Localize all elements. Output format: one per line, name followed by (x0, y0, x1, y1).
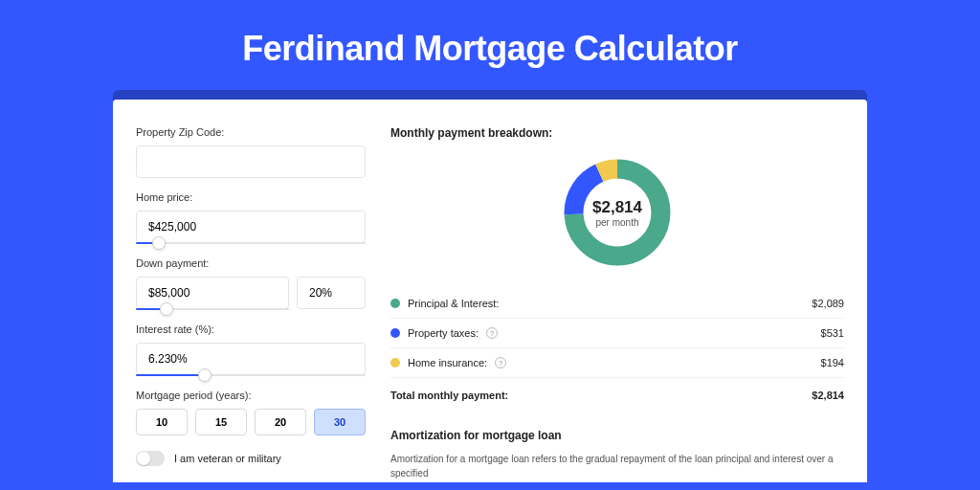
down-payment-block: Down payment: (136, 257, 366, 310)
legend-label-insurance: Home insurance: (408, 357, 487, 368)
veteran-toggle-row: I am veteran or military (136, 451, 366, 466)
home-price-block: Home price: (136, 191, 366, 244)
interest-rate-label: Interest rate (%): (136, 323, 366, 335)
donut-chart-wrap: $2,814 per month (390, 155, 844, 270)
veteran-toggle[interactable] (136, 451, 165, 466)
down-payment-label: Down payment: (136, 257, 366, 269)
breakdown-column: Monthly payment breakdown: $2,814 per mo… (390, 126, 844, 482)
legend-value-principal: $2,089 (812, 298, 844, 309)
legend-row-taxes: Property taxes: ? $531 (390, 319, 844, 348)
interest-rate-slider-thumb[interactable] (198, 368, 212, 382)
veteran-toggle-knob (137, 452, 150, 465)
legend-value-insurance: $194 (821, 357, 844, 368)
down-payment-slider-thumb[interactable] (160, 302, 173, 316)
mortgage-period-options: 10 15 20 30 (136, 409, 366, 435)
period-option-20[interactable]: 20 (255, 409, 306, 435)
period-option-15[interactable]: 15 (195, 409, 247, 435)
home-price-input[interactable] (136, 211, 366, 243)
home-price-slider[interactable] (136, 242, 366, 244)
zip-field-block: Property Zip Code: (136, 126, 366, 178)
legend-row-insurance: Home insurance: ? $194 (390, 348, 844, 378)
interest-rate-slider[interactable] (136, 374, 366, 376)
veteran-toggle-label: I am veteran or military (174, 453, 281, 464)
page-title: Ferdinand Mortgage Calculator (0, 0, 980, 90)
legend-value-taxes: $531 (821, 327, 844, 339)
legend-total-label: Total monthly payment: (390, 390, 508, 401)
home-price-slider-thumb[interactable] (152, 236, 166, 250)
legend-label-principal: Principal & Interest: (408, 298, 499, 309)
legend-label-taxes: Property taxes: (408, 327, 479, 339)
zip-label: Property Zip Code: (136, 126, 366, 138)
down-payment-percent-input[interactable] (297, 277, 366, 309)
period-option-30[interactable]: 30 (314, 409, 366, 435)
donut-center: $2,814 per month (560, 155, 675, 270)
interest-rate-input[interactable] (136, 343, 366, 375)
legend-dot-principal (390, 299, 400, 308)
breakdown-title: Monthly payment breakdown: (390, 126, 844, 140)
help-icon[interactable]: ? (486, 327, 498, 339)
legend-dot-taxes (390, 328, 400, 338)
mortgage-period-label: Mortgage period (years): (136, 390, 366, 401)
down-payment-amount-input[interactable] (136, 277, 289, 309)
zip-input[interactable] (136, 145, 366, 178)
period-option-10[interactable]: 10 (136, 409, 188, 435)
calculator-card: Property Zip Code: Home price: Down paym… (113, 100, 867, 482)
legend-total-value: $2,814 (812, 390, 844, 401)
inputs-column: Property Zip Code: Home price: Down paym… (136, 126, 366, 482)
donut-chart: $2,814 per month (560, 155, 675, 270)
down-payment-slider[interactable] (136, 308, 289, 310)
donut-center-sub: per month (595, 217, 638, 228)
help-icon[interactable]: ? (495, 357, 506, 368)
interest-rate-block: Interest rate (%): (136, 323, 366, 376)
legend-row-principal: Principal & Interest: $2,089 (390, 289, 844, 319)
legend-row-total: Total monthly payment: $2,814 (390, 378, 844, 410)
mortgage-period-block: Mortgage period (years): 10 15 20 30 (136, 390, 366, 435)
interest-rate-slider-fill (136, 374, 205, 376)
card-backdrop: Property Zip Code: Home price: Down paym… (113, 90, 867, 482)
home-price-label: Home price: (136, 191, 366, 203)
amortization-text: Amortization for a mortgage loan refers … (390, 452, 844, 480)
legend-dot-insurance (390, 358, 400, 368)
amortization-title: Amortization for mortgage loan (390, 429, 844, 442)
donut-center-amount: $2,814 (592, 198, 642, 217)
